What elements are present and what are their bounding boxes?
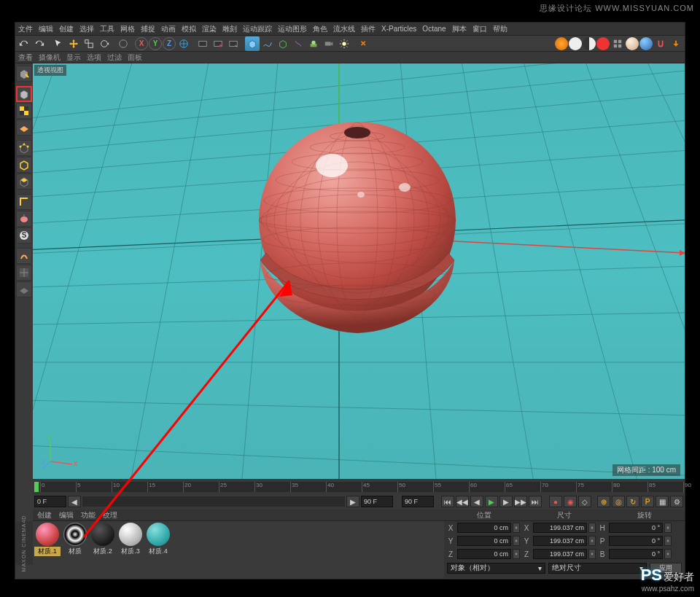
rot-H[interactable]: 0 ° bbox=[609, 523, 663, 533]
menu-4[interactable]: 工具 bbox=[100, 24, 114, 34]
render-settings-button[interactable] bbox=[226, 36, 241, 51]
pos-Z[interactable]: 0 cm bbox=[457, 549, 511, 559]
viewmenu-5[interactable]: 面板 bbox=[128, 52, 142, 63]
timeline-slider[interactable] bbox=[82, 496, 345, 507]
status-white-icon[interactable] bbox=[569, 37, 582, 50]
next-key-button[interactable]: ▶▶ bbox=[514, 496, 527, 507]
matmenu-1[interactable]: 编辑 bbox=[59, 510, 74, 520]
pos-X[interactable]: 0 cm bbox=[457, 523, 511, 533]
scale-tool[interactable] bbox=[82, 36, 96, 51]
menu-17[interactable]: Octane bbox=[422, 25, 446, 33]
coord-mode-select[interactable]: 对象（相对）▾ bbox=[447, 563, 545, 574]
prev-frame-button[interactable]: ◀ bbox=[470, 496, 483, 507]
tweak-button[interactable] bbox=[16, 248, 32, 264]
current-frame-input[interactable]: 90 F bbox=[402, 496, 434, 507]
key-pos-button[interactable]: ⊕ bbox=[597, 496, 610, 507]
sphere-blue-icon[interactable] bbox=[639, 37, 653, 50]
light-tool[interactable] bbox=[337, 36, 351, 51]
key-param-button[interactable]: P bbox=[641, 496, 654, 507]
record-button[interactable]: ● bbox=[549, 496, 562, 507]
undo-button[interactable] bbox=[17, 36, 31, 51]
menu-5[interactable]: 网格 bbox=[120, 24, 135, 34]
play-button[interactable]: ▶ bbox=[485, 496, 498, 507]
matmenu-0[interactable]: 创建 bbox=[37, 510, 52, 520]
size-X[interactable]: 199.037 cm bbox=[533, 523, 587, 533]
spline-tool[interactable] bbox=[260, 36, 275, 51]
x-axis-toggle[interactable]: X bbox=[135, 37, 148, 50]
texture-mode-button[interactable] bbox=[16, 103, 32, 119]
timeline-ruler[interactable]: 051015202530354045505560657075808590 bbox=[33, 480, 685, 493]
menu-10[interactable]: 雕刻 bbox=[222, 24, 237, 34]
move-tool[interactable] bbox=[66, 36, 81, 51]
autokey-button[interactable]: ◉ bbox=[564, 496, 577, 507]
viewmenu-3[interactable]: 选项 bbox=[87, 52, 101, 63]
menu-2[interactable]: 创建 bbox=[59, 24, 74, 34]
rot-P[interactable]: 0 ° bbox=[609, 536, 663, 546]
sphere-object[interactable] bbox=[252, 122, 463, 333]
menu-20[interactable]: 帮助 bbox=[493, 24, 508, 34]
menu-18[interactable]: 脚本 bbox=[452, 24, 467, 34]
sphere-cream-icon[interactable] bbox=[626, 37, 639, 50]
key-pla-button[interactable]: ▦ bbox=[656, 496, 669, 507]
octane-icon[interactable] bbox=[555, 37, 568, 50]
recent-tool[interactable] bbox=[116, 36, 131, 51]
polygons-mode-button[interactable] bbox=[16, 173, 32, 190]
rot-B[interactable]: 0 ° bbox=[609, 549, 663, 559]
layout-icon[interactable] bbox=[610, 36, 625, 51]
key-rot-button[interactable]: ↻ bbox=[626, 496, 639, 507]
start-frame-input[interactable]: 0 F bbox=[34, 496, 66, 507]
redo-button[interactable] bbox=[32, 36, 47, 51]
goto-end-button[interactable]: ⏭ bbox=[529, 496, 542, 507]
matmenu-2[interactable]: 功能 bbox=[81, 510, 96, 520]
menu-6[interactable]: 捕捉 bbox=[141, 24, 155, 34]
pos-Y[interactable]: 0 cm bbox=[457, 536, 511, 546]
xp-icon[interactable]: ✕ bbox=[356, 36, 370, 51]
points-mode-button[interactable] bbox=[16, 140, 32, 156]
slider-prev[interactable]: ◀ bbox=[68, 496, 81, 507]
menu-3[interactable]: 选择 bbox=[79, 24, 94, 34]
prev-key-button[interactable]: ◀◀ bbox=[456, 496, 469, 507]
menu-12[interactable]: 运动图形 bbox=[278, 24, 307, 34]
material-2[interactable]: 材质.2 bbox=[90, 523, 116, 563]
viewmenu-2[interactable]: 显示 bbox=[66, 52, 81, 63]
menu-15[interactable]: 插件 bbox=[361, 24, 376, 34]
z-axis-toggle[interactable]: Z bbox=[163, 37, 176, 50]
world-toggle[interactable] bbox=[176, 36, 191, 51]
menu-14[interactable]: 流水线 bbox=[333, 24, 355, 34]
material-1[interactable]: 材质 bbox=[62, 523, 88, 563]
key-options-button[interactable]: ⚙ bbox=[670, 496, 683, 507]
menu-19[interactable]: 窗口 bbox=[472, 24, 487, 34]
next-frame-button[interactable]: ▶ bbox=[499, 496, 513, 507]
menu-13[interactable]: 角色 bbox=[313, 24, 327, 34]
viewport[interactable]: 透视视图 bbox=[33, 63, 685, 479]
key-scale-button[interactable]: ◎ bbox=[612, 496, 625, 507]
record-icon[interactable] bbox=[596, 37, 610, 50]
menu-16[interactable]: X-Particles bbox=[381, 25, 416, 33]
edges-mode-button[interactable] bbox=[16, 157, 32, 173]
select-tool[interactable] bbox=[51, 36, 66, 51]
material-0[interactable]: 材质.1 bbox=[34, 523, 61, 563]
generator-tool[interactable] bbox=[276, 36, 290, 51]
magnet-icon[interactable] bbox=[653, 36, 668, 51]
menu-11[interactable]: 运动跟踪 bbox=[243, 24, 272, 34]
menu-0[interactable]: 文件 bbox=[18, 24, 33, 34]
viewport-solo-button[interactable] bbox=[16, 265, 32, 281]
y-axis-toggle[interactable]: Y bbox=[149, 37, 162, 50]
keyframe-button[interactable]: ◇ bbox=[578, 496, 591, 507]
snap-toggle[interactable]: S bbox=[16, 227, 32, 243]
goto-start-button[interactable]: ⏮ bbox=[441, 496, 454, 507]
axis-tool[interactable] bbox=[16, 194, 32, 210]
viewmenu-4[interactable]: 过滤 bbox=[107, 52, 122, 63]
environment-tool[interactable] bbox=[306, 36, 321, 51]
make-editable-button[interactable] bbox=[16, 66, 32, 82]
viewmenu-1[interactable]: 摄像机 bbox=[39, 52, 61, 63]
size-Y[interactable]: 199.037 cm bbox=[533, 536, 587, 546]
matmenu-3[interactable]: 纹理 bbox=[103, 510, 117, 520]
locked-workplane-button[interactable] bbox=[16, 281, 32, 297]
menu-9[interactable]: 渲染 bbox=[202, 24, 217, 34]
render-pv-button[interactable] bbox=[211, 36, 225, 51]
camera-tool[interactable] bbox=[322, 36, 336, 51]
material-3[interactable]: 材质.3 bbox=[117, 523, 144, 563]
workplane-button[interactable] bbox=[16, 120, 32, 136]
timeline-start-marker[interactable] bbox=[34, 482, 39, 492]
